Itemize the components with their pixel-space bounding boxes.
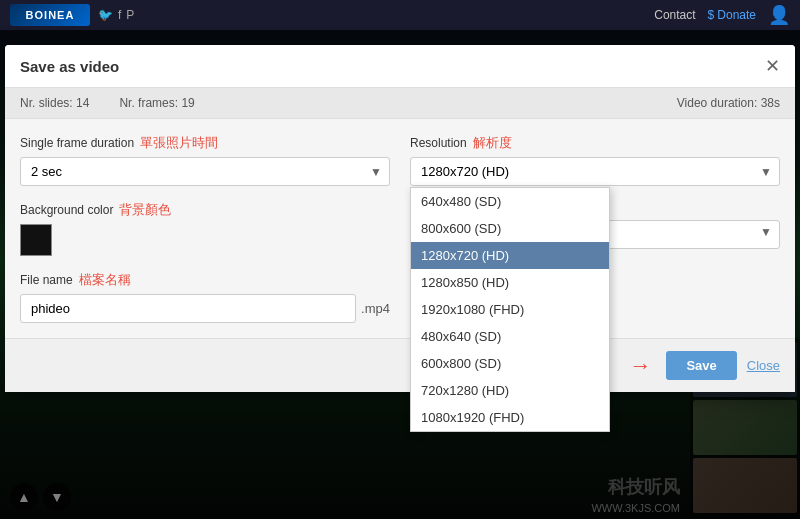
dialog-title: Save as video: [20, 58, 119, 75]
resolution-option-hd720[interactable]: 1280x720 (HD): [411, 242, 609, 269]
info-bar: Nr. slides: 14 Nr. frames: 19 Video dura…: [5, 88, 795, 119]
duration-info: Video duration: 38s: [677, 96, 780, 110]
frame-duration-label: Single frame duration 單張照片時間: [20, 134, 390, 152]
dialog-footer: → Save Close: [5, 338, 795, 392]
contact-link[interactable]: Contact: [654, 8, 695, 22]
file-name-row: .mp4: [20, 294, 390, 323]
left-column: Single frame duration 單張照片時間 1 sec 2 sec…: [20, 134, 390, 323]
save-button[interactable]: Save: [666, 351, 736, 380]
user-icon[interactable]: 👤: [768, 4, 790, 26]
file-name-input[interactable]: [20, 294, 356, 323]
twitter-icon: 🐦: [98, 8, 113, 22]
resolution-option-hd1280[interactable]: 720x1280 (HD): [411, 377, 609, 404]
resolution-option-sd600[interactable]: 800x600 (SD): [411, 215, 609, 242]
donate-button[interactable]: $ Donate: [708, 8, 756, 22]
resolution-select-wrapper: 640x480 (SD) 800x600 (SD) 1280x720 (HD) …: [410, 157, 780, 186]
resolution-option-hd850[interactable]: 1280x850 (HD): [411, 269, 609, 296]
slides-info: Nr. slides: 14: [20, 96, 89, 110]
resolution-label: Resolution 解析度: [410, 134, 780, 152]
bg-color-label: Background color 背景顏色: [20, 201, 390, 219]
dialog-close-button[interactable]: ✕: [765, 57, 780, 75]
logo: BOINEA: [10, 4, 90, 26]
save-video-dialog: Save as video ✕ Nr. slides: 14 Nr. frame…: [5, 45, 795, 392]
right-column: Resolution 解析度 640x480 (SD) 800x600 (SD)…: [410, 134, 780, 323]
dialog-body: Single frame duration 單張照片時間 1 sec 2 sec…: [5, 119, 795, 338]
social-icons: 🐦 f P: [98, 8, 134, 22]
dollar-icon: $: [708, 8, 715, 22]
bg-color-swatch[interactable]: [20, 224, 52, 256]
resolution-option-sd480[interactable]: 640x480 (SD): [411, 188, 609, 215]
dialog-overlay: Save as video ✕ Nr. slides: 14 Nr. frame…: [0, 30, 800, 519]
resolution-option-sd640[interactable]: 480x640 (SD): [411, 323, 609, 350]
top-bar-right: Contact $ Donate 👤: [654, 4, 790, 26]
dialog-header: Save as video ✕: [5, 45, 795, 88]
file-name-section: File name 檔案名稱 .mp4: [20, 271, 390, 323]
bg-color-section: Background color 背景顏色: [20, 201, 390, 256]
frames-info: Nr. frames: 19: [119, 96, 194, 110]
save-arrow-indicator: →: [629, 353, 651, 379]
top-bar: BOINEA 🐦 f P Contact $ Donate 👤: [0, 0, 800, 30]
resolution-option-sd800[interactable]: 600x800 (SD): [411, 350, 609, 377]
frame-duration-select-wrapper: 1 sec 2 sec 3 sec 5 sec 10 sec ▼: [20, 157, 390, 186]
facebook-icon: f: [118, 8, 121, 22]
file-ext-label: .mp4: [361, 301, 390, 316]
frame-duration-select[interactable]: 1 sec 2 sec 3 sec 5 sec 10 sec: [20, 157, 390, 186]
resolution-option-fhd1080[interactable]: 1920x1080 (FHD): [411, 296, 609, 323]
file-name-label: File name 檔案名稱: [20, 271, 390, 289]
pinterest-icon: P: [126, 8, 134, 22]
resolution-select[interactable]: 640x480 (SD) 800x600 (SD) 1280x720 (HD) …: [410, 157, 780, 186]
resolution-option-fhd1920[interactable]: 1080x1920 (FHD): [411, 404, 609, 431]
resolution-dropdown[interactable]: 640x480 (SD) 800x600 (SD) 1280x720 (HD) …: [410, 187, 610, 432]
top-bar-left: BOINEA 🐦 f P: [10, 4, 134, 26]
close-button[interactable]: Close: [747, 358, 780, 373]
